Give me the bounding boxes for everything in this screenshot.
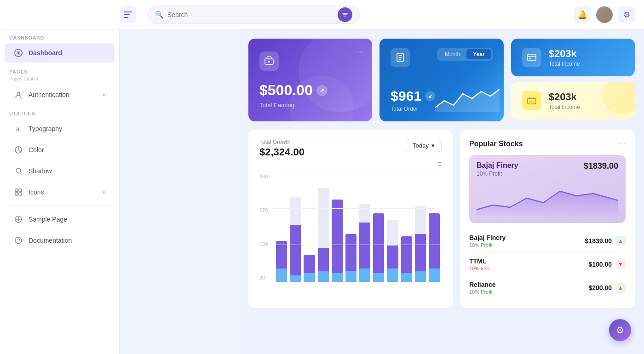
chart-menu-icon[interactable]: ≡ [259, 160, 442, 168]
icons-label: Icons [29, 188, 97, 196]
income-bottom-deco [603, 82, 635, 114]
tab-month[interactable]: Month [438, 49, 466, 59]
stocks-card: Popular Stocks ··· Bajaj Finery 10% Prof… [460, 130, 635, 308]
stock-item-bajaj: Bajaj Finery 10% Profit $1839.00 ▲ [469, 229, 626, 253]
stock-ttml-sub: 10% loss [469, 266, 490, 271]
svg-rect-33 [529, 58, 531, 59]
stocks-header: Popular Stocks ··· [469, 139, 626, 148]
authentication-label: Authentication [29, 91, 97, 98]
stock-bajaj-price: $1839.00 [585, 237, 612, 245]
y-label-90: 90 [259, 275, 270, 280]
stock-list: Bajaj Finery 10% Profit $1839.00 ▲ TTML … [469, 229, 626, 299]
stock-bajaj-sub: 10% Profit [469, 242, 506, 248]
svg-text:A: A [16, 126, 20, 132]
sample-page-label: Sample Page [29, 216, 105, 223]
authentication-icon [14, 90, 23, 99]
today-button[interactable]: Today ▾ [406, 139, 442, 152]
svg-rect-22 [19, 193, 22, 195]
earning-card: ··· $500.00 ↗ Total Earning [248, 39, 372, 121]
right-cards: $203k Total Income $203k Total Income [511, 39, 635, 121]
sidebar-item-shadow[interactable]: Shadow [5, 161, 115, 181]
stock-ttml-right: $100.00 ▼ [588, 259, 626, 269]
income-top-card: $203k Total Income [511, 39, 635, 76]
stocks-title: Popular Stocks [469, 140, 523, 148]
sidebar-divider [7, 206, 112, 206]
chart-card: Total Growth $2,324.00 Today ▾ ≡ 360 270… [248, 130, 453, 308]
svg-point-29 [268, 61, 270, 63]
order-label: Total Order [391, 106, 435, 112]
shadow-label: Shadow [29, 167, 105, 175]
income-bottom-label: Total Income [549, 104, 580, 110]
icons-chevron-icon: ▾ [103, 189, 105, 195]
sidebar-item-authentication[interactable]: Authentication ▾ [5, 85, 115, 104]
hamburger-button[interactable] [120, 6, 136, 23]
y-label-270: 270 [259, 207, 270, 213]
sidebar-item-sample-page[interactable]: Sample Page [5, 210, 115, 229]
income-top-icon [522, 48, 541, 67]
stock-ttml-name: TTML [469, 257, 490, 265]
stock-bajaj-badge: ▲ [615, 236, 626, 246]
y-label-180: 180 [259, 241, 270, 247]
svg-text:?: ? [17, 238, 20, 243]
sidebar-item-dashboard[interactable]: Dashboard [5, 43, 115, 63]
stock-item-ttml: TTML 10% loss $100.00 ▼ [469, 253, 626, 276]
featured-stock-chart [477, 184, 618, 217]
filter-button[interactable] [338, 7, 352, 22]
stock-reliance-price: $200.00 [588, 284, 612, 291]
featured-stock-price: $1839.00 [584, 161, 618, 171]
utilities-section-label: Utilities [0, 105, 119, 118]
pages-section-label: Pages [0, 63, 119, 76]
fab-icon: ⚙ [616, 325, 624, 336]
cards-row: ··· $500.00 ↗ Total Earning Month Year [248, 39, 635, 121]
earning-card-menu-icon[interactable]: ··· [357, 47, 364, 57]
svg-rect-21 [15, 193, 18, 195]
sidebar-item-color[interactable]: Color [5, 140, 115, 160]
earning-trend-icon: ↗ [316, 85, 328, 96]
settings-button[interactable]: ⚙ [618, 6, 635, 23]
earning-amount: $500.00 ↗ [259, 82, 361, 99]
fab-button[interactable]: ⚙ [609, 319, 631, 341]
chart-total-amount: $2,324.00 [259, 146, 305, 158]
svg-point-13 [17, 52, 19, 54]
order-chart [435, 85, 500, 112]
search-icon: 🔍 [155, 11, 164, 19]
featured-stock: Bajaj Finery 10% Profit $1839.00 [469, 155, 626, 223]
stock-ttml-badge: ▼ [615, 259, 626, 269]
stock-bajaj-name: Bajaj Finery [469, 234, 506, 241]
svg-rect-19 [15, 189, 18, 192]
svg-point-14 [17, 92, 20, 95]
color-icon [14, 145, 23, 154]
sidebar-item-icons[interactable]: Icons ▾ [5, 183, 115, 202]
typography-icon: A [14, 124, 23, 133]
stock-ttml-price: $100.00 [588, 261, 612, 268]
svg-rect-20 [19, 189, 22, 192]
svg-rect-2 [124, 17, 128, 18]
bottom-row: Total Growth $2,324.00 Today ▾ ≡ 360 270… [248, 130, 635, 308]
svg-point-18 [17, 172, 22, 174]
order-card-bottom: $961 ↙ Total Order [391, 72, 492, 112]
dashboard-icon [14, 48, 23, 57]
svg-rect-36 [533, 97, 535, 99]
order-card: Month Year $961 ↙ Total Order [380, 39, 503, 121]
search-input[interactable] [167, 11, 334, 18]
sample-page-icon [14, 215, 23, 224]
avatar[interactable] [596, 6, 613, 23]
stock-reliance-right: $200.00 ▲ [588, 283, 626, 293]
y-label-360: 360 [259, 174, 270, 179]
sidebar-item-documentation[interactable]: ? Documentation [5, 231, 115, 250]
earning-card-icon [259, 51, 279, 71]
stock-reliance-name: Reliance [469, 281, 496, 288]
sidebar-item-typography[interactable]: A Typography [5, 119, 115, 138]
authentication-chevron-icon: ▾ [103, 92, 105, 98]
avatar-image [596, 6, 613, 23]
chart-area: 360 270 180 90 [259, 172, 442, 301]
stocks-more-icon[interactable]: ··· [619, 139, 626, 148]
svg-rect-35 [529, 97, 530, 99]
stock-item-reliance: Reliance 10% Profit $200.00 ▲ [469, 276, 626, 299]
svg-rect-1 [124, 14, 130, 15]
tab-year[interactable]: Year [466, 49, 491, 59]
income-top-label: Total Income [549, 61, 580, 67]
svg-point-17 [16, 168, 21, 173]
order-card-top: Month Year [391, 48, 492, 67]
notification-bell-button[interactable]: 🔔 [574, 6, 591, 23]
